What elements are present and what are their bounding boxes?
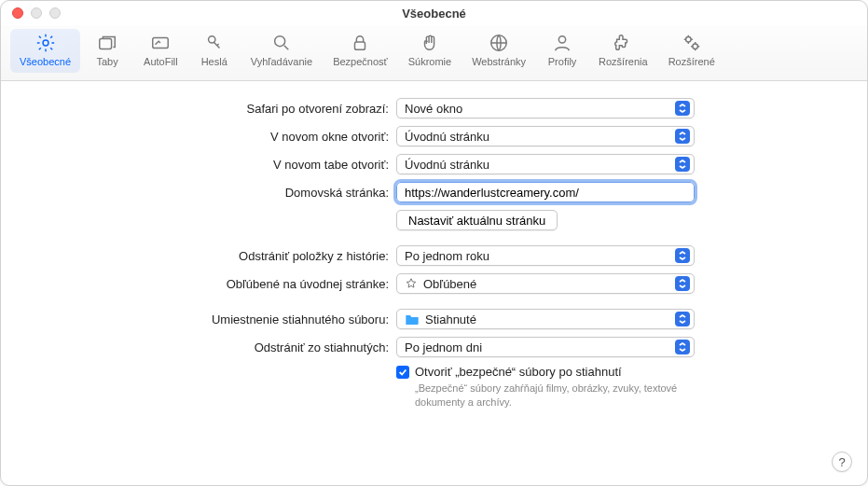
popup-value: Po jednom roku: [405, 249, 489, 263]
label-open-shows: Safari po otvorení zobrazí:: [23, 102, 396, 116]
preferences-window: Všeobecné Všeobecné Taby AutoFill Heslá …: [0, 0, 868, 486]
popup-download-location[interactable]: Stiahnuté: [396, 309, 695, 329]
svg-point-8: [685, 37, 691, 43]
chevron-updown-icon: [675, 129, 690, 144]
popup-new-window[interactable]: Úvodnú stránku: [396, 126, 695, 146]
tab-label: Heslá: [201, 56, 227, 67]
puzzle-icon: [613, 33, 633, 53]
hand-icon: [420, 33, 440, 53]
label-remove-history: Odstrániť položky z histórie:: [23, 249, 396, 263]
help-button[interactable]: ?: [832, 451, 852, 472]
popup-new-tab[interactable]: Úvodnú stránku: [396, 154, 695, 174]
popup-remove-history[interactable]: Po jednom roku: [396, 245, 695, 266]
tab-passwords[interactable]: Heslá: [189, 29, 240, 73]
tab-label: Webstránky: [472, 56, 526, 67]
popup-value: Obľúbené: [423, 277, 476, 291]
open-safe-files-checkbox[interactable]: [396, 366, 409, 379]
search-icon: [271, 33, 292, 53]
homepage-field[interactable]: [396, 182, 695, 202]
label-new-window: V novom okne otvoriť:: [23, 130, 396, 144]
titlebar: Všeobecné: [1, 1, 867, 25]
gear-icon: [35, 33, 56, 53]
tab-search[interactable]: Vyhľadávanie: [241, 29, 322, 73]
chevron-updown-icon: [675, 276, 690, 291]
key-icon: [204, 33, 225, 53]
tab-label: Všeobecné: [20, 56, 71, 67]
popup-value: Úvodnú stránku: [405, 158, 489, 172]
popup-remove-downloads[interactable]: Po jednom dni: [396, 337, 695, 357]
chevron-updown-icon: [675, 248, 690, 263]
lock-icon: [350, 33, 370, 53]
popup-value: Po jednom dni: [405, 340, 482, 354]
star-icon: [405, 277, 418, 290]
label-download-location: Umiestnenie stiahnutého súboru:: [23, 312, 396, 326]
popup-value: Stiahnuté: [425, 312, 476, 326]
tab-autofill[interactable]: AutoFill: [134, 29, 187, 73]
tab-label: AutoFill: [144, 56, 178, 67]
popup-value: Úvodnú stránku: [405, 130, 489, 144]
check-icon: [398, 368, 407, 377]
general-pane: Safari po otvorení zobrazí: Nové okno V …: [1, 81, 867, 410]
svg-rect-1: [100, 38, 112, 49]
open-safe-files-hint: „Bezpečné“ súbory zahŕňajú filmy, obrázk…: [415, 382, 695, 410]
tab-tabs[interactable]: Taby: [82, 29, 132, 73]
label-homepage: Domovská stránka:: [23, 186, 396, 200]
open-safe-files-label: Otvoriť „bezpečné“ súbory po stiahnutí: [415, 365, 695, 379]
tab-label: Taby: [96, 56, 117, 67]
preferences-toolbar: Všeobecné Taby AutoFill Heslá Vyhľadávan…: [1, 25, 867, 81]
tab-label: Bezpečnosť: [333, 56, 388, 67]
set-current-page-button[interactable]: Nastaviť aktuálnu stránku: [396, 210, 558, 230]
tab-label: Rozšírenia: [599, 56, 648, 67]
help-label: ?: [838, 455, 845, 469]
chevron-updown-icon: [675, 101, 690, 116]
globe-icon: [489, 33, 509, 53]
folder-icon: [405, 313, 420, 325]
tab-general[interactable]: Všeobecné: [10, 29, 80, 73]
pencil-icon: [150, 33, 171, 53]
popup-value: Nové okno: [405, 102, 462, 116]
popup-open-shows[interactable]: Nové okno: [396, 98, 695, 118]
tab-privacy[interactable]: Súkromie: [399, 29, 461, 73]
tab-label: Profily: [548, 56, 577, 67]
label-favorites: Obľúbené na úvodnej stránke:: [23, 277, 396, 291]
tab-websites[interactable]: Webstránky: [462, 29, 535, 73]
chevron-updown-icon: [675, 340, 690, 354]
tab-security[interactable]: Bezpečnosť: [324, 29, 397, 73]
tabs-icon: [97, 33, 117, 53]
label-new-tab: V novom tabe otvoriť:: [23, 158, 396, 172]
chevron-updown-icon: [675, 157, 690, 172]
popup-favorites[interactable]: Obľúbené: [396, 273, 695, 294]
tab-label: Vyhľadávanie: [251, 56, 312, 67]
label-remove-downloads: Odstrániť zo stiahnutých:: [23, 340, 396, 354]
tab-label: Súkromie: [408, 56, 451, 67]
tab-profiles[interactable]: Profily: [537, 29, 587, 73]
svg-point-9: [693, 44, 698, 49]
chevron-updown-icon: [675, 312, 690, 326]
svg-point-0: [43, 40, 48, 46]
gears-icon: [682, 33, 702, 53]
svg-point-7: [558, 36, 565, 43]
tab-label: Rozšírené: [668, 56, 715, 67]
window-title: Všeobecné: [1, 7, 867, 21]
svg-rect-5: [355, 42, 365, 49]
tab-advanced[interactable]: Rozšírené: [659, 29, 724, 73]
person-icon: [552, 33, 572, 53]
svg-point-4: [275, 36, 285, 47]
tab-extensions[interactable]: Rozšírenia: [589, 29, 657, 73]
